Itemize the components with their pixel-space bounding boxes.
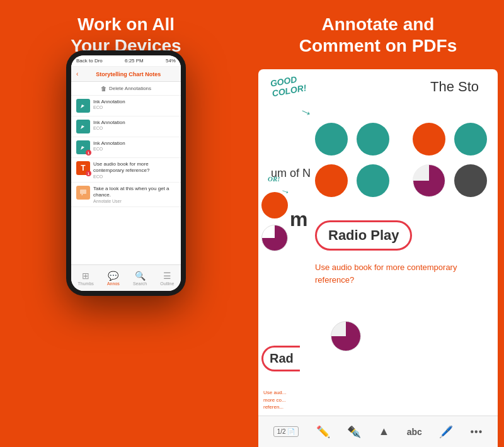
outline-label: Outline (160, 281, 174, 286)
radio-play-container: Radio Play (315, 220, 412, 251)
annotation-content-3: Ink Annotation ECO (93, 140, 176, 151)
svg-rect-0 (80, 190, 86, 194)
annotation-title-4: Use audio book for more contemporary ref… (93, 161, 176, 174)
phone-screen: Back to Dro 6:25 PM 54% ‹ Storytelling C… (71, 55, 181, 291)
annotation-sub-3: ECO (93, 147, 176, 151)
circle-orange-2 (413, 123, 445, 156)
circle-dark (454, 164, 487, 197)
thumbs-label: Thumbs (78, 281, 94, 286)
annos-icon: 💬 (108, 271, 118, 281)
circle-teal-2 (357, 123, 389, 156)
header-line1: Work on All (71, 14, 181, 35)
annotation-title-5: Take a look at this when you get a chanc… (93, 186, 176, 199)
pdf-toolbar: 1/2 📄 ✏️ ✒️ ▲ abc 🖊️ ••• (258, 416, 498, 447)
list-item[interactable]: Ink Annotation ECO (71, 116, 181, 137)
pencil-tool[interactable]: ✏️ (316, 425, 330, 439)
right-panel: Annotate and Comment on PDFs GOODCOLOR! … (252, 0, 504, 447)
highlighter-icon: ▲ (378, 425, 389, 438)
highlighter-tool[interactable]: ▲ (378, 425, 389, 438)
annotation-content-1: Ink Annotation ECO (93, 99, 176, 110)
signature-icon: 🖊️ (439, 425, 453, 439)
phone-tab-bar: ⊞ Thumbs 💬 Annos 🔍 Search ☰ (71, 264, 181, 291)
time-display: 6:25 PM (125, 58, 144, 64)
circle-teal-3 (357, 164, 389, 197)
list-item[interactable]: T 1 Use audio book for more contemporary… (71, 158, 181, 183)
ink-annotation-icon-1 (76, 99, 90, 113)
back-to-dropbox: Back to Dro (76, 58, 103, 64)
audio-book-description: Use audio book for more contemporary ref… (315, 261, 491, 286)
annotation-sub-4: ECO (93, 174, 176, 179)
annotation-content-4: Use audio book for more contemporary ref… (93, 161, 176, 179)
pdf-mockup: GOODCOLOR! → The Sto OR! → (258, 69, 498, 447)
trash-icon: 🗑 (101, 86, 106, 92)
delete-annotations-label: Delete Annotations (109, 86, 151, 91)
list-item[interactable]: 1 Ink Annotation ECO (71, 137, 181, 158)
pdf-title-partial: The Sto (430, 79, 479, 95)
pen-icon: ✒️ (347, 425, 361, 439)
circle-pie-purple (413, 164, 445, 197)
annotation-title-3: Ink Annotation (93, 140, 176, 147)
handwriting-annotation: GOODCOLOR! (270, 72, 307, 98)
annos-label: Annos (107, 281, 120, 286)
screen-title: Storytelling Chart Notes (81, 71, 176, 77)
ink-annotation-icon-3: 1 (76, 140, 90, 154)
tab-annos[interactable]: 💬 Annos (107, 271, 120, 286)
pencil-icon: ✏️ (316, 425, 330, 439)
phone-nav-bar: ‹ Storytelling Chart Notes (71, 67, 181, 82)
battery-display: 54% (166, 58, 176, 64)
list-item[interactable]: Ink Annotation ECO (71, 96, 181, 116)
rad-text: Rad (270, 351, 294, 365)
text-annotation-icon: T 1 (76, 161, 90, 175)
phone-mockup: Back to Dro 6:25 PM 54% ‹ Storytelling C… (66, 50, 186, 296)
tab-thumbs[interactable]: ⊞ Thumbs (78, 271, 94, 286)
page-indicator-item: 1/2 📄 (273, 426, 299, 437)
rad-partial: Rad (261, 346, 300, 371)
bottom-audio-text: Use aud...more co...referen... (263, 389, 336, 410)
annotation-sub-2: ECO (93, 126, 176, 130)
um-of-text: um of N (271, 167, 311, 180)
small-circle-pie (261, 225, 288, 251)
comment-annotation-icon (76, 186, 90, 200)
rad-partial-box: Rad (261, 346, 300, 371)
search-icon: 🔍 (135, 271, 146, 281)
search-label: Search (133, 281, 147, 286)
annotation-content-5: Take a look at this when you get a chanc… (93, 186, 176, 203)
tab-search[interactable]: 🔍 Search (133, 271, 147, 286)
text-tool[interactable]: abc (407, 427, 422, 437)
left-panel: Work on All Your Devices Back to Dro 6:2… (0, 0, 252, 447)
annotation-arrow-1: → (297, 102, 316, 123)
delete-annotations-bar[interactable]: 🗑 Delete Annotations (71, 82, 181, 96)
text-icon: abc (407, 427, 422, 437)
small-pie-chart (331, 321, 361, 351)
right-header: Annotate and Comment on PDFs (252, 0, 504, 66)
more-tools[interactable]: ••• (470, 426, 483, 438)
small-circle-orange (261, 192, 288, 218)
annotation-list: Ink Annotation ECO Ink Annotation ECO (71, 96, 181, 264)
tab-outline[interactable]: ☰ Outline (160, 271, 174, 286)
badge-1: 1 (86, 150, 91, 156)
ink-annotation-icon-2 (76, 120, 90, 133)
annotation-sub-5: Annotate User (93, 199, 176, 203)
left-small-circles (261, 192, 288, 251)
annotation-title-1: Ink Annotation (93, 99, 176, 105)
back-button[interactable]: ‹ (76, 71, 78, 77)
thumbs-icon: ⊞ (82, 271, 89, 281)
signature-tool[interactable]: 🖊️ (439, 425, 453, 439)
list-item[interactable]: Take a look at this when you get a chanc… (71, 183, 181, 207)
right-header-line1: Annotate and (265, 14, 491, 35)
phone-body: Back to Dro 6:25 PM 54% ‹ Storytelling C… (66, 50, 186, 296)
badge-2: 1 (86, 171, 91, 176)
outline-icon: ☰ (163, 271, 171, 281)
right-header-line2: Comment on PDFs (265, 35, 491, 57)
phone-status-bar: Back to Dro 6:25 PM 54% (71, 55, 181, 67)
circle-orange (315, 164, 348, 197)
radio-play-box: Radio Play (315, 220, 412, 251)
circle-teal-1 (315, 123, 348, 156)
annotation-title-2: Ink Annotation (93, 120, 176, 126)
more-icon: ••• (470, 426, 483, 438)
app-container: Work on All Your Devices Back to Dro 6:2… (0, 0, 504, 447)
annotation-content-2: Ink Annotation ECO (93, 120, 176, 130)
annotation-sub-1: ECO (93, 105, 176, 110)
circles-grid (315, 123, 389, 197)
pen-tool[interactable]: ✒️ (347, 425, 361, 439)
